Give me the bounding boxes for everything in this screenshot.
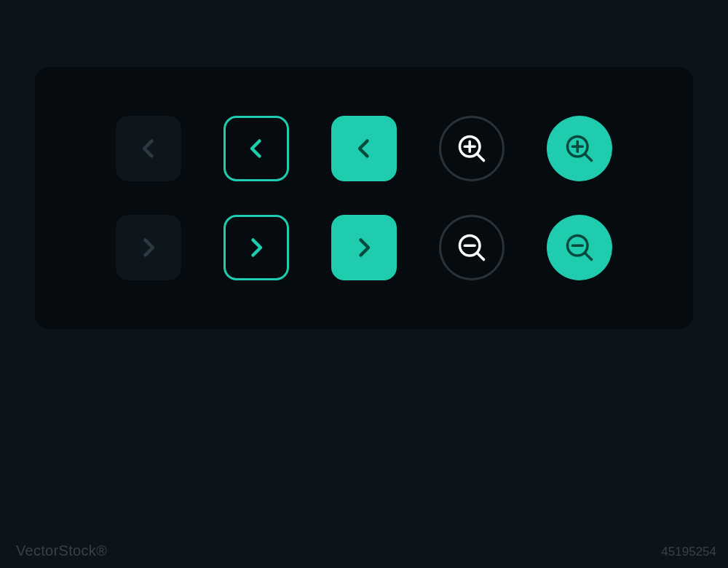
zoom-in-icon: [563, 133, 596, 165]
zoom-out-icon: [456, 232, 488, 264]
chevron-left-icon: [351, 135, 377, 162]
chevron-right-icon: [351, 234, 377, 261]
zoom-out-button-outline[interactable]: [439, 215, 505, 280]
row-top: [79, 116, 649, 181]
svg-line-3: [478, 154, 483, 160]
svg-line-13: [585, 253, 591, 259]
chevron-left-icon: [243, 135, 269, 162]
zoom-in-button-outline[interactable]: [439, 116, 505, 181]
svg-line-10: [478, 253, 483, 259]
svg-line-7: [585, 154, 591, 160]
next-button-filled[interactable]: [331, 215, 397, 280]
next-button-disabled[interactable]: [116, 215, 181, 280]
row-bottom: [79, 215, 649, 280]
chevron-right-icon: [135, 234, 162, 261]
image-id-text: 45195254: [661, 545, 716, 559]
prev-button-outline[interactable]: [223, 116, 289, 181]
prev-button-filled[interactable]: [331, 116, 397, 181]
watermark-text: VectorStock®: [16, 543, 107, 559]
zoom-out-icon: [563, 232, 596, 264]
icon-button-panel: [35, 67, 693, 329]
prev-button-disabled[interactable]: [116, 116, 181, 181]
chevron-left-icon: [135, 135, 162, 162]
zoom-out-button-filled[interactable]: [547, 215, 612, 280]
next-button-outline[interactable]: [223, 215, 289, 280]
chevron-right-icon: [243, 234, 269, 261]
zoom-in-icon: [456, 133, 488, 165]
zoom-in-button-filled[interactable]: [547, 116, 612, 181]
